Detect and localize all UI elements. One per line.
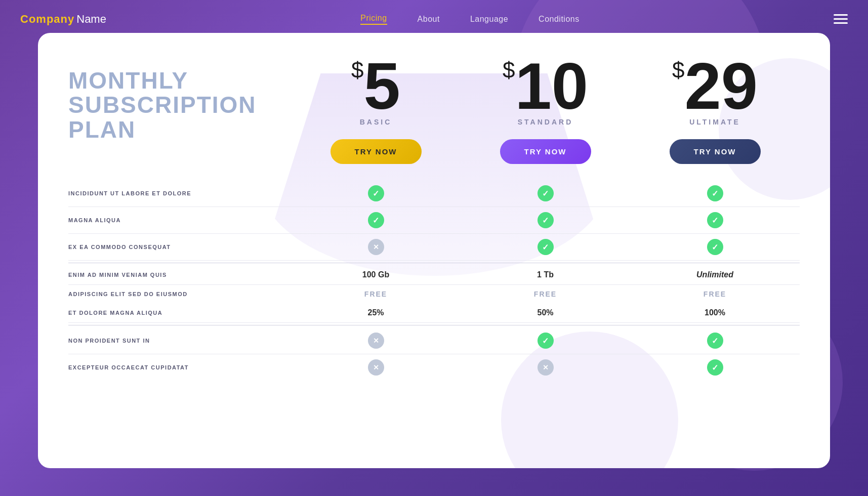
nav-pricing[interactable]: Pricing bbox=[360, 14, 387, 25]
value-ultimate-s2: FREE bbox=[704, 290, 726, 298]
feature-row-storage1: ENIM AD MINIM VENIAM QUIS 100 Gb 1 Tb Un… bbox=[68, 263, 800, 285]
feature-standard-s2: FREE bbox=[485, 290, 606, 298]
feature-values-2 bbox=[291, 212, 800, 228]
value-ultimate-s1: Unlimited bbox=[696, 270, 733, 279]
check-icon bbox=[707, 185, 723, 201]
feature-values-s1: 100 Gb 1 Tb Unlimited bbox=[291, 270, 800, 279]
nav-right bbox=[834, 14, 848, 24]
plan-name-basic: BASIC bbox=[360, 118, 392, 126]
feature-basic-3 bbox=[315, 239, 437, 255]
feature-ultimate-2 bbox=[654, 212, 776, 228]
cross-icon bbox=[368, 359, 384, 376]
card-content: MONTHLY SUBSCRIPTION PLAN $ 5 BASIC TRY … bbox=[38, 33, 830, 468]
feature-basic-2 bbox=[315, 212, 437, 228]
plan-name-ultimate: ULTIMATE bbox=[689, 118, 740, 126]
feature-label-s2: ADIPISCING ELIT SED DO EIUSMOD bbox=[68, 291, 291, 297]
check-icon bbox=[538, 239, 554, 255]
feature-values-s2: FREE FREE FREE bbox=[291, 290, 800, 298]
value-basic-s1: 100 Gb bbox=[362, 270, 389, 279]
cross-icon bbox=[538, 359, 554, 376]
feature-row-b2: EXCEPTEUR OCCAECAT CUPIDATAT bbox=[68, 354, 800, 381]
pricing-columns: $ 5 BASIC TRY NOW $ 10 STANDARD TRY NOW bbox=[291, 53, 800, 164]
hamburger-menu[interactable] bbox=[834, 14, 848, 24]
feature-values-s3: 25% 50% 100% bbox=[291, 308, 800, 317]
logo-name: Name bbox=[76, 13, 106, 26]
check-icon bbox=[707, 359, 723, 376]
feature-basic-b1 bbox=[315, 333, 437, 349]
feature-row-storage2: ADIPISCING ELIT SED DO EIUSMOD FREE FREE… bbox=[68, 285, 800, 303]
check-icon bbox=[368, 212, 384, 228]
feature-values-1 bbox=[291, 185, 800, 201]
price-ultimate: $ 29 bbox=[672, 53, 758, 119]
feature-values-b2 bbox=[291, 359, 800, 376]
navbar: Company Name Pricing About Language Cond… bbox=[0, 0, 868, 38]
top-section: MONTHLY SUBSCRIPTION PLAN $ 5 BASIC TRY … bbox=[68, 53, 800, 164]
features-table: INCIDIDUNT UT LABORE ET DOLORE MAGNA ALI… bbox=[68, 180, 800, 448]
feature-ultimate-3 bbox=[654, 239, 776, 255]
try-now-basic[interactable]: TRY NOW bbox=[330, 139, 422, 164]
feature-label-s3: ET DOLORE MAGNA ALIQUA bbox=[68, 310, 291, 316]
nav-language[interactable]: Language bbox=[470, 15, 508, 24]
nav-links: Pricing About Language Conditions bbox=[360, 14, 580, 25]
value-standard-s3: 50% bbox=[537, 308, 553, 317]
nav-conditions[interactable]: Conditions bbox=[539, 15, 580, 24]
feature-standard-s3: 50% bbox=[485, 308, 606, 317]
feature-ultimate-1 bbox=[654, 185, 776, 201]
feature-basic-b2 bbox=[315, 359, 437, 376]
feature-ultimate-s1: Unlimited bbox=[654, 270, 776, 279]
feature-row-storage3: ET DOLORE MAGNA ALIQUA 25% 50% 100% bbox=[68, 303, 800, 323]
feature-label-b2: EXCEPTEUR OCCAECAT CUPIDATAT bbox=[68, 364, 291, 370]
value-standard-s1: 1 Tb bbox=[537, 270, 554, 279]
feature-label-2: MAGNA ALIQUA bbox=[68, 217, 291, 223]
check-icon bbox=[707, 239, 723, 255]
feature-row-3: EX EA COMMODO CONSEQUAT bbox=[68, 234, 800, 261]
try-now-standard[interactable]: TRY NOW bbox=[500, 139, 591, 164]
plan-standard: $ 10 STANDARD TRY NOW bbox=[485, 53, 606, 164]
feature-values-3 bbox=[291, 239, 800, 255]
cross-icon bbox=[368, 333, 384, 349]
feature-standard-2 bbox=[485, 212, 606, 228]
feature-ultimate-b1 bbox=[654, 333, 776, 349]
feature-label-b1: NON PROIDENT SUNT IN bbox=[68, 338, 291, 344]
title-section: MONTHLY SUBSCRIPTION PLAN bbox=[68, 53, 291, 142]
feature-basic-s2: FREE bbox=[315, 290, 437, 298]
feature-ultimate-s3: 100% bbox=[654, 308, 776, 317]
value-basic-s2: FREE bbox=[364, 290, 387, 298]
feature-basic-1 bbox=[315, 185, 437, 201]
price-symbol-standard: $ bbox=[503, 59, 515, 81]
check-icon bbox=[538, 185, 554, 201]
try-now-ultimate[interactable]: TRY NOW bbox=[670, 139, 761, 164]
price-standard: $ 10 bbox=[503, 53, 588, 119]
feature-label-s1: ENIM AD MINIM VENIAM QUIS bbox=[68, 272, 291, 278]
nav-about[interactable]: About bbox=[418, 15, 440, 24]
check-icon bbox=[707, 212, 723, 228]
check-icon bbox=[707, 333, 723, 349]
check-icon bbox=[368, 185, 384, 201]
value-ultimate-s3: 100% bbox=[705, 308, 725, 317]
logo-company: Company bbox=[20, 13, 74, 26]
feature-row-1: INCIDIDUNT UT LABORE ET DOLORE bbox=[68, 180, 800, 207]
feature-ultimate-s2: FREE bbox=[654, 290, 776, 298]
feature-standard-3 bbox=[485, 239, 606, 255]
price-amount-standard: 10 bbox=[515, 53, 588, 119]
price-symbol-basic: $ bbox=[351, 59, 363, 81]
feature-ultimate-b2 bbox=[654, 359, 776, 376]
feature-row-b1: NON PROIDENT SUNT IN bbox=[68, 325, 800, 354]
feature-row-2: MAGNA ALIQUA bbox=[68, 207, 800, 234]
logo: Company Name bbox=[20, 13, 106, 26]
feature-basic-s3: 25% bbox=[315, 308, 437, 317]
feature-basic-s1: 100 Gb bbox=[315, 270, 437, 279]
cross-icon bbox=[368, 239, 384, 255]
feature-standard-1 bbox=[485, 185, 606, 201]
check-icon bbox=[538, 333, 554, 349]
price-amount-basic: 5 bbox=[364, 53, 400, 119]
value-standard-s2: FREE bbox=[534, 290, 557, 298]
plan-name-standard: STANDARD bbox=[518, 118, 573, 126]
feature-standard-s1: 1 Tb bbox=[485, 270, 606, 279]
feature-standard-b1 bbox=[485, 333, 606, 349]
price-basic: $ 5 bbox=[351, 53, 400, 119]
value-basic-s3: 25% bbox=[367, 308, 384, 317]
price-symbol-ultimate: $ bbox=[672, 59, 684, 81]
feature-standard-b2 bbox=[485, 359, 606, 376]
feature-label-1: INCIDIDUNT UT LABORE ET DOLORE bbox=[68, 190, 291, 196]
